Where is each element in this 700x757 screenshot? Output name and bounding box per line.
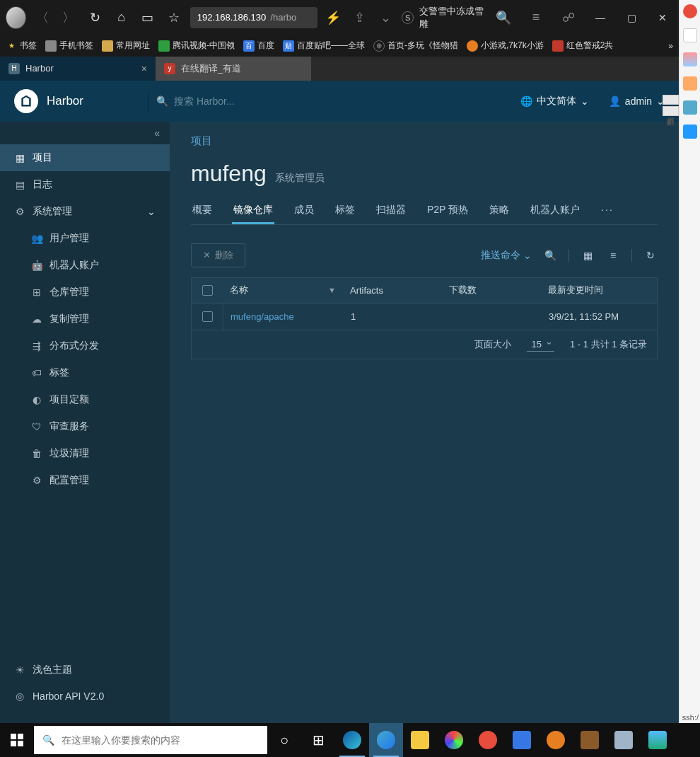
app-icon[interactable] bbox=[683, 52, 697, 67]
tab-p2p[interactable]: P2P 预热 bbox=[426, 198, 469, 224]
delete-button[interactable]: ✕删除 bbox=[191, 243, 245, 267]
sogou-icon[interactable]: S bbox=[402, 11, 414, 24]
reader-button[interactable]: ▭ bbox=[137, 6, 158, 29]
sidebar-item-interrogation[interactable]: 🛡审查服务 bbox=[0, 413, 170, 440]
push-command-dropdown[interactable]: 推送命令 ⌄ bbox=[481, 249, 532, 262]
cortana-icon[interactable]: ○ bbox=[267, 723, 301, 757]
column-artifacts[interactable]: Artifacts bbox=[343, 285, 442, 296]
chevron-down-icon[interactable]: ⌄ bbox=[375, 6, 396, 29]
minimize-button[interactable]: — bbox=[590, 7, 611, 28]
harbor-search-input[interactable] bbox=[174, 96, 315, 107]
search-icon[interactable]: 🔍 bbox=[543, 248, 557, 262]
sidebar-theme-toggle[interactable]: ☀浅色主题 bbox=[0, 657, 170, 683]
maximize-button[interactable]: ▢ bbox=[621, 7, 642, 28]
column-name[interactable]: 名称▼ bbox=[223, 284, 343, 296]
card-view-icon[interactable]: ▦ bbox=[581, 248, 595, 262]
bookmark-item[interactable]: 腾讯视频-中国领 bbox=[158, 40, 235, 52]
bookmarks-overflow[interactable]: » bbox=[668, 41, 673, 51]
share-icon[interactable]: ⇪ bbox=[349, 6, 370, 29]
app-icon[interactable] bbox=[471, 723, 505, 757]
close-button[interactable]: ✕ bbox=[652, 7, 673, 28]
refresh-icon[interactable]: ↻ bbox=[643, 248, 658, 262]
bookmark-item[interactable]: ⊕首页-多玩《怪物猎 bbox=[373, 40, 458, 52]
sidebar-api-link[interactable]: ◎Harbor API V2.0 bbox=[0, 683, 170, 709]
favorite-button[interactable]: ☆ bbox=[163, 6, 184, 29]
tab-robots[interactable]: 机器人账户 bbox=[529, 198, 581, 224]
app-icon[interactable] bbox=[683, 125, 697, 139]
sidebar-item-replication[interactable]: ☁复制管理 bbox=[0, 306, 170, 333]
browser-tab-harbor[interactable]: H Harbor × bbox=[0, 57, 156, 81]
user-menu[interactable]: 👤 admin ⌄ bbox=[609, 96, 665, 107]
harbor-search[interactable]: 🔍 bbox=[156, 96, 315, 107]
edge-icon[interactable] bbox=[335, 723, 369, 757]
task-view-icon[interactable]: ⊞ bbox=[301, 723, 335, 757]
sidebar-item-distribution[interactable]: ⇶分布式分发 bbox=[0, 333, 170, 359]
sidebar-item-labels[interactable]: 🏷标签 bbox=[0, 359, 170, 386]
bookmark-item[interactable]: 贴百度贴吧——全球 bbox=[283, 40, 365, 52]
tab-policy[interactable]: 策略 bbox=[488, 198, 511, 224]
sidebar-item-administration[interactable]: ⚙系统管理⌄ bbox=[0, 198, 170, 225]
back-button[interactable]: 〈 bbox=[32, 6, 52, 29]
browser-tab-youdao[interactable]: y 在线翻译_有道 bbox=[156, 57, 311, 81]
select-all-checkbox[interactable] bbox=[202, 285, 213, 296]
tab-summary[interactable]: 概要 bbox=[191, 198, 214, 224]
sidebar-item-logs[interactable]: ▤日志 bbox=[0, 171, 170, 198]
taskbar-search[interactable]: 🔍 bbox=[34, 726, 267, 754]
start-button[interactable] bbox=[0, 723, 34, 757]
tab-members[interactable]: 成员 bbox=[293, 198, 315, 224]
browser-icon[interactable] bbox=[369, 723, 403, 757]
extensions-icon[interactable]: ☍ bbox=[557, 6, 580, 29]
page-size-select[interactable]: 15 bbox=[527, 337, 554, 352]
list-view-icon[interactable]: ≡ bbox=[606, 248, 620, 262]
filter-icon[interactable]: ▼ bbox=[328, 286, 336, 294]
home-button[interactable]: ⌂ bbox=[111, 6, 132, 29]
repository-link[interactable]: mufeng/apache bbox=[223, 303, 294, 330]
row-checkbox[interactable] bbox=[202, 311, 213, 322]
breadcrumb[interactable]: 项目 bbox=[191, 134, 658, 148]
profile-avatar[interactable] bbox=[6, 6, 26, 29]
side-float-tab[interactable]: 扩展中心 bbox=[663, 106, 679, 116]
flash-icon[interactable]: ⚡ bbox=[323, 6, 344, 29]
taskbar-search-input[interactable] bbox=[62, 734, 259, 746]
bookmark-item[interactable]: 小游戏,7k7k小游 bbox=[467, 40, 544, 52]
tab-scanner[interactable]: 扫描器 bbox=[375, 198, 407, 224]
app-icon[interactable] bbox=[641, 723, 675, 757]
bookmarks-menu[interactable]: ★书签 bbox=[6, 40, 37, 52]
language-selector[interactable]: 🌐 中文简体 ⌄ bbox=[520, 95, 589, 108]
app-icon[interactable] bbox=[683, 76, 697, 91]
app-icon[interactable] bbox=[683, 4, 697, 18]
sidebar-item-registries[interactable]: ⊞仓库管理 bbox=[0, 279, 170, 306]
column-downloads[interactable]: 下载数 bbox=[442, 284, 541, 296]
sidebar-item-projects[interactable]: ▦项目 bbox=[0, 144, 170, 171]
globe-icon: 🌐 bbox=[520, 96, 532, 107]
tab-repositories[interactable]: 镜像仓库 bbox=[232, 198, 274, 224]
side-float-tab[interactable]: 收起侧栏 bbox=[663, 95, 679, 105]
app-icon[interactable] bbox=[607, 723, 641, 757]
close-tab-icon[interactable]: × bbox=[141, 63, 147, 74]
harbor-logo[interactable]: Harbor bbox=[14, 89, 148, 113]
explorer-icon[interactable] bbox=[403, 723, 437, 757]
sidebar-item-gc[interactable]: 🗑垃圾清理 bbox=[0, 440, 170, 467]
vmware-icon[interactable] bbox=[505, 723, 539, 757]
sidebar-item-robots[interactable]: 🤖机器人账户 bbox=[0, 252, 170, 279]
sidebar-collapse-button[interactable]: « bbox=[0, 122, 170, 144]
bookmark-item[interactable]: 手机书签 bbox=[45, 40, 93, 52]
address-bar[interactable]: 192.168.186.130/harbo bbox=[190, 7, 317, 28]
tab-more[interactable]: ··· bbox=[600, 198, 615, 224]
bookmark-item[interactable]: 常用网址 bbox=[102, 40, 150, 52]
app-icon[interactable] bbox=[573, 723, 607, 757]
sidebar-item-quotas[interactable]: ◐项目定额 bbox=[0, 386, 170, 413]
tab-labels[interactable]: 标签 bbox=[334, 198, 356, 224]
app-icon[interactable] bbox=[683, 28, 697, 42]
sidebar-item-users[interactable]: 👥用户管理 bbox=[0, 225, 170, 252]
column-updated[interactable]: 最新变更时间 bbox=[541, 284, 657, 296]
app-icon[interactable] bbox=[539, 723, 573, 757]
sidebar-item-config[interactable]: ⚙配置管理 bbox=[0, 467, 170, 494]
app-icon[interactable] bbox=[437, 723, 471, 757]
bookmark-item[interactable]: 百百度 bbox=[243, 40, 274, 52]
bookmark-item[interactable]: 红色警戒2共 bbox=[552, 40, 614, 52]
reload-button[interactable]: ↻ bbox=[85, 6, 105, 29]
menu-icon[interactable]: ≡ bbox=[525, 6, 547, 29]
search-icon[interactable]: 🔍 bbox=[492, 6, 515, 29]
app-icon[interactable] bbox=[683, 100, 697, 115]
